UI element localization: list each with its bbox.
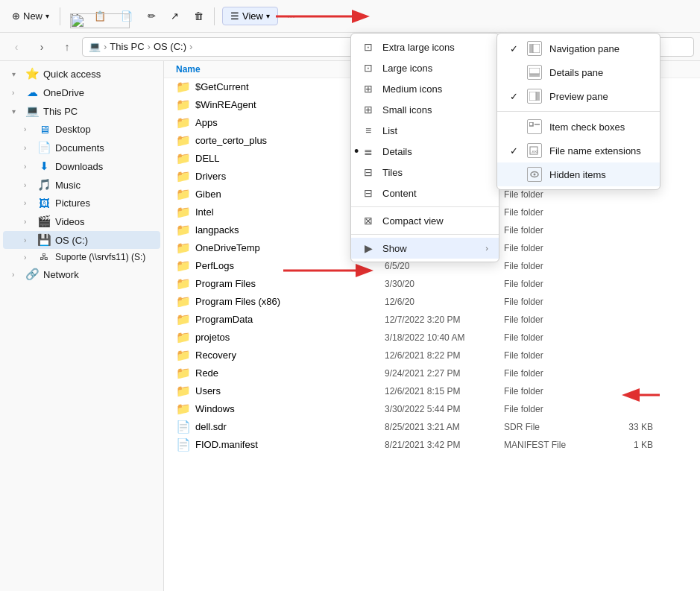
table-row[interactable]: 📁 Users 12/6/2021 8:15 PM File folder bbox=[164, 382, 700, 400]
table-row[interactable]: 📁 Program Files (x86) 12/6/20 File folde… bbox=[164, 293, 700, 311]
cut-button[interactable]: ✂ bbox=[65, 7, 85, 25]
svg-point-11 bbox=[534, 174, 536, 176]
paste-button[interactable]: 📄 bbox=[115, 7, 139, 25]
file-name: FIOD.manifest bbox=[195, 439, 258, 450]
view-large-icons[interactable]: ⊡ Large icons bbox=[351, 57, 499, 78]
new-button[interactable]: ⊕ New ▾ bbox=[6, 7, 55, 25]
file-icon: 📁 bbox=[176, 241, 191, 255]
view-content[interactable]: ⊟ Content bbox=[351, 183, 499, 203]
file-name: langpacks bbox=[195, 224, 239, 236]
view-list[interactable]: ≡ List bbox=[351, 120, 499, 141]
table-row[interactable]: 📁 Recovery 12/6/2021 8:22 PM File folder bbox=[164, 347, 700, 364]
delete-button[interactable]: 🗑 bbox=[188, 7, 209, 25]
file-name: Users bbox=[195, 385, 221, 396]
file-modified-cell: 9/24/2021 2:27 PM bbox=[385, 368, 504, 379]
extra-large-icons-icon: ⊡ bbox=[362, 41, 375, 53]
documents-icon: 📄 bbox=[37, 141, 51, 154]
copy-button[interactable]: 📋 bbox=[88, 7, 112, 25]
suporte-icon: 🖧 bbox=[37, 252, 51, 262]
submenu-file-extensions[interactable]: ✓ .ext File name extensions bbox=[497, 139, 660, 162]
up-button[interactable]: ↑ bbox=[57, 37, 78, 57]
more-button[interactable]: ··· bbox=[281, 7, 301, 25]
sidebar-item-documents[interactable]: › 📄 Documents bbox=[3, 139, 160, 157]
submenu-hidden-items[interactable]: Hidden items bbox=[497, 162, 660, 186]
table-row[interactable]: 📁 projetos 3/18/2022 10:40 AM File folde… bbox=[164, 329, 700, 347]
expand-icon: › bbox=[24, 199, 33, 207]
extra-large-icons-label: Extra large icons bbox=[382, 42, 455, 53]
file-name-cell: 📄 dell.sdr bbox=[176, 420, 385, 434]
svg-rect-6 bbox=[529, 122, 533, 126]
table-row[interactable]: 📁 Rede 9/24/2021 2:27 PM File folder bbox=[164, 364, 700, 382]
file-type-cell: File folder bbox=[504, 189, 593, 200]
sidebar-label-quick-access: Quick access bbox=[43, 69, 101, 80]
cut-icon: ✂ bbox=[71, 10, 79, 22]
view-details[interactable]: ≣ Details bbox=[351, 141, 499, 162]
view-show[interactable]: ▶ Show › bbox=[351, 238, 499, 259]
os-c-icon: 💾 bbox=[37, 233, 51, 247]
file-modified-cell: 3/30/2022 5:44 PM bbox=[385, 404, 504, 414]
file-name-cell: 📁 Program Files bbox=[176, 276, 385, 291]
submenu-details-pane[interactable]: Details pane bbox=[497, 60, 660, 84]
file-type-cell: File folder bbox=[504, 297, 593, 307]
sidebar-item-network[interactable]: › 🔗 Network bbox=[3, 265, 160, 283]
expand-icon: › bbox=[24, 236, 33, 244]
expand-icon: ▾ bbox=[12, 70, 21, 78]
table-row[interactable]: 📄 FIOD.manifest 8/21/2021 3:42 PM MANIFE… bbox=[164, 436, 700, 454]
file-type-cell: File folder bbox=[504, 404, 593, 414]
view-button[interactable]: ☰ View ▾ bbox=[222, 7, 278, 25]
sidebar-item-videos[interactable]: › 🎬 Videos bbox=[3, 212, 160, 230]
submenu-sep bbox=[497, 111, 660, 112]
svg-rect-1 bbox=[533, 44, 540, 53]
view-extra-large-icons[interactable]: ⊡ Extra large icons bbox=[351, 37, 499, 57]
file-name: PerfLogs bbox=[195, 260, 234, 271]
view-icon: ☰ bbox=[230, 10, 239, 22]
file-size-cell: 1 KB bbox=[593, 440, 653, 450]
expand-icon: › bbox=[24, 181, 33, 189]
preview-pane-label: Preview pane bbox=[549, 91, 608, 102]
share-button[interactable]: ↗ bbox=[165, 7, 185, 25]
file-name: Giben bbox=[195, 189, 221, 200]
sidebar-item-pictures[interactable]: › 🖼 Pictures bbox=[3, 195, 160, 212]
sidebar-label-desktop: Desktop bbox=[55, 124, 91, 135]
table-row[interactable]: 📁 Program Files 3/30/20 File folder bbox=[164, 275, 700, 293]
submenu-preview-pane[interactable]: ✓ Preview pane bbox=[497, 84, 660, 108]
view-medium-icons[interactable]: ⊞ Medium icons bbox=[351, 78, 499, 99]
sidebar-item-this-pc[interactable]: ▾ 💻 This PC bbox=[3, 102, 160, 120]
path-os-c[interactable]: OS (C:) bbox=[154, 41, 186, 52]
file-name-cell: 📄 FIOD.manifest bbox=[176, 437, 385, 452]
file-icon: 📁 bbox=[176, 384, 191, 398]
list-icon: ≡ bbox=[362, 124, 375, 136]
sidebar-item-onedrive[interactable]: › ☁ OneDrive bbox=[3, 83, 160, 101]
submenu-item-checkboxes[interactable]: Item check boxes bbox=[497, 115, 660, 139]
forward-button[interactable]: › bbox=[31, 37, 52, 57]
table-row[interactable]: 📁 ProgramData 12/7/2022 3:20 PM File fol… bbox=[164, 311, 700, 329]
file-icon: 📁 bbox=[176, 276, 191, 291]
submenu-navigation-pane[interactable]: ✓ Navigation pane bbox=[497, 37, 660, 60]
sidebar-item-music[interactable]: › 🎵 Music bbox=[3, 176, 160, 194]
sidebar-label-documents: Documents bbox=[55, 142, 104, 154]
table-row[interactable]: 📁 Windows 3/30/2022 5:44 PM File folder bbox=[164, 400, 700, 418]
plus-icon: ⊕ bbox=[12, 10, 20, 22]
file-name: $GetCurrent bbox=[195, 81, 249, 92]
sidebar-item-downloads[interactable]: › ⬇ Downloads bbox=[3, 157, 160, 175]
back-button[interactable]: ‹ bbox=[6, 37, 27, 57]
item-checkboxes-label: Item check boxes bbox=[549, 121, 625, 133]
more-icon: ··· bbox=[287, 10, 295, 22]
view-tiles[interactable]: ⊟ Tiles bbox=[351, 162, 499, 183]
sidebar-item-suporte[interactable]: › 🖧 Suporte (\\srvfs11) (S:) bbox=[3, 250, 160, 265]
file-icon: 📄 bbox=[176, 420, 191, 434]
path-this-pc[interactable]: This PC bbox=[110, 41, 144, 52]
sidebar-item-desktop[interactable]: › 🖥 Desktop bbox=[3, 121, 160, 138]
rename-button[interactable]: ✏ bbox=[142, 7, 162, 25]
file-modified-cell: 12/7/2022 3:20 PM bbox=[385, 315, 504, 325]
view-small-icons[interactable]: ⊞ Small icons bbox=[351, 99, 499, 120]
copy-icon: 📋 bbox=[94, 10, 106, 22]
view-compact[interactable]: ⊠ Compact view bbox=[351, 210, 499, 231]
table-row[interactable]: 📄 dell.sdr 8/25/2021 3:21 AM SDR File 33… bbox=[164, 418, 700, 436]
file-icon: 📁 bbox=[176, 223, 191, 237]
file-name: projetos bbox=[195, 332, 230, 343]
sidebar-item-quick-access[interactable]: ▾ ⭐ Quick access bbox=[3, 65, 160, 83]
expand-icon: › bbox=[12, 89, 21, 97]
sidebar-item-os-c[interactable]: › 💾 OS (C:) bbox=[3, 231, 160, 249]
hidden-items-label: Hidden items bbox=[549, 169, 606, 180]
